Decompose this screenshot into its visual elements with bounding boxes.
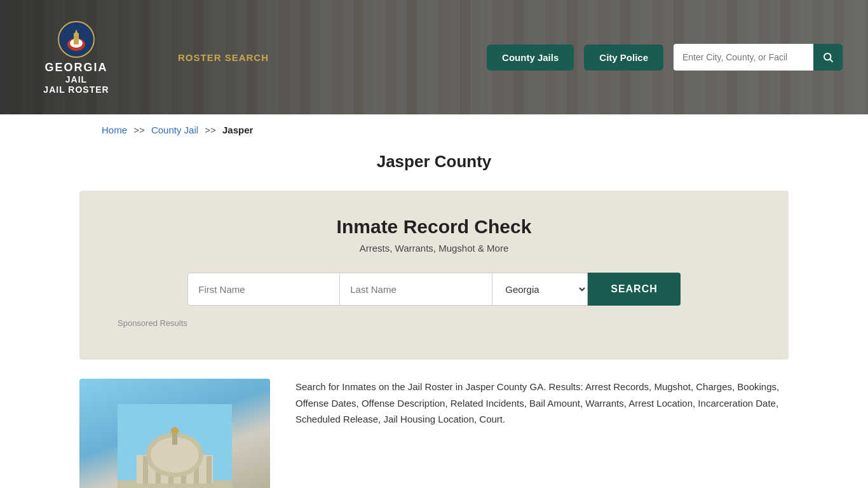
county-building-image (79, 379, 270, 488)
county-jails-button[interactable]: County Jails (487, 44, 574, 71)
inmate-search-form: Georgia SEARCH (118, 273, 750, 306)
site-logo: GEORGIA JAIL JAIL ROSTER (25, 20, 127, 95)
courthouse-dome-icon (118, 404, 232, 488)
page-title: Jasper County (0, 152, 868, 172)
description-text: Search for Inmates on the Jail Roster in… (295, 379, 789, 428)
roster-search-link[interactable]: ROSTER SEARCH (178, 52, 269, 63)
inmate-search-button[interactable]: SEARCH (588, 273, 681, 306)
breadcrumb: Home >> County Jail >> Jasper (0, 114, 868, 146)
logo-text-roster: JAIL ROSTER (43, 85, 109, 95)
inmate-section-title: Inmate Record Check (118, 216, 750, 238)
site-header: GEORGIA JAIL JAIL ROSTER ROSTER SEARCH C… (0, 0, 868, 114)
state-select[interactable]: Georgia (492, 273, 588, 306)
svg-line-6 (830, 59, 832, 62)
inmate-section-subtitle: Arrests, Warrants, Mugshot & More (118, 243, 750, 254)
city-police-button[interactable]: City Police (584, 44, 663, 71)
breadcrumb-current: Jasper (222, 125, 253, 135)
header-search-input[interactable] (674, 52, 813, 62)
search-icon (822, 51, 834, 63)
main-nav: ROSTER SEARCH (178, 52, 269, 63)
first-name-input[interactable] (187, 273, 340, 306)
sponsored-results-label: Sponsored Results (118, 318, 750, 328)
svg-point-19 (171, 427, 179, 435)
page-title-area: Jasper County (0, 146, 868, 191)
breadcrumb-sep2: >> (205, 125, 216, 135)
header-actions: County Jails City Police (487, 44, 843, 71)
header-search-bar (674, 44, 843, 71)
breadcrumb-county-jail[interactable]: County Jail (151, 125, 198, 135)
header-search-button[interactable] (813, 44, 843, 71)
svg-rect-15 (207, 456, 212, 484)
svg-rect-3 (74, 33, 79, 44)
breadcrumb-sep1: >> (133, 125, 145, 135)
logo-text-georgia: GEORGIA (44, 61, 107, 74)
breadcrumb-home[interactable]: Home (102, 125, 127, 135)
georgia-seal-icon (57, 20, 95, 58)
logo-text-jail: JAIL (65, 74, 87, 85)
last-name-input[interactable] (340, 273, 492, 306)
inmate-record-section: Inmate Record Check Arrests, Warrants, M… (79, 191, 789, 360)
description-section: Search for Inmates on the Jail Roster in… (0, 360, 868, 488)
svg-point-5 (824, 53, 831, 60)
